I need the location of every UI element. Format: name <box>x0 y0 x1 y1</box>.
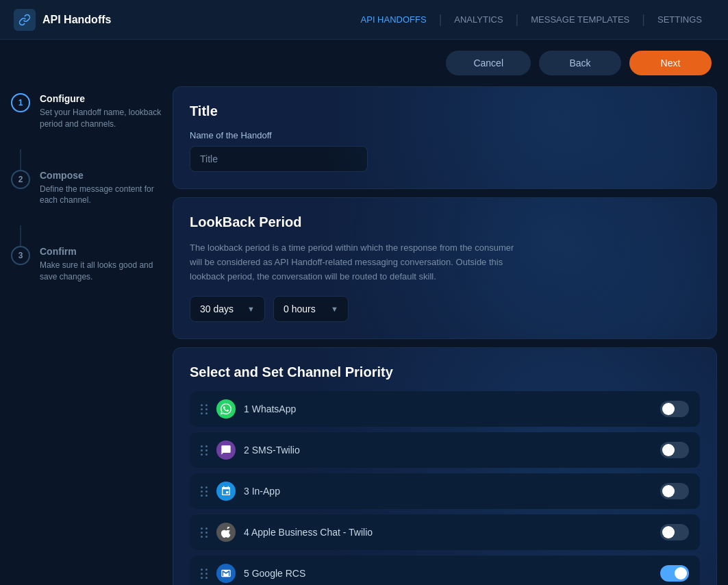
lookback-card: LookBack Period The lookback period is a… <box>173 197 717 339</box>
channel-name-inapp: 3 In-App <box>244 486 652 497</box>
step-desc-confirm: Make sure it all looks good and save cha… <box>40 260 162 283</box>
sidebar: 1 Configure Set your Handoff name, lookb… <box>11 86 162 585</box>
nav-analytics[interactable]: ANALYTICS <box>442 0 515 40</box>
content-area: Title Name of the Handoff LookBack Perio… <box>173 86 717 585</box>
channels-card-heading: Select and Set Channel Priority <box>190 364 700 380</box>
hours-dropdown-arrow: ▼ <box>331 305 338 313</box>
step-desc-compose: Define the message content for each chan… <box>40 184 162 207</box>
title-card: Title Name of the Handoff <box>173 86 717 189</box>
step-title-confirm: Confirm <box>40 246 162 257</box>
back-button[interactable]: Back <box>539 51 621 75</box>
app-title: API Handoffs <box>42 14 111 26</box>
lookback-card-heading: LookBack Period <box>190 214 700 230</box>
step-indicator-1: 1 <box>11 93 30 112</box>
channel-item-apple: 4 Apple Business Chat - Twilio <box>190 514 700 550</box>
channel-list: 1 WhatsApp 2 SMS-Twilio <box>190 391 700 585</box>
whatsapp-icon <box>216 399 236 419</box>
channel-name-google: 5 Google RCS <box>244 568 652 579</box>
sms-icon <box>216 440 236 460</box>
drag-handle-google[interactable] <box>201 569 208 579</box>
sidebar-step-compose: 2 Compose Define the message content for… <box>11 170 162 207</box>
channel-name-apple: 4 Apple Business Chat - Twilio <box>244 527 652 538</box>
sidebar-step-confirm: 3 Confirm Make sure it all looks good an… <box>11 246 162 283</box>
toggle-whatsapp[interactable] <box>660 401 689 417</box>
lookback-dropdowns: 30 days ▼ 0 hours ▼ <box>190 296 700 322</box>
handoff-name-input[interactable] <box>190 146 368 172</box>
title-card-heading: Title <box>190 103 700 119</box>
channel-name-sms: 2 SMS-Twilio <box>244 445 652 456</box>
step-line-2 <box>20 225 21 246</box>
toolbar: Cancel Back Next <box>0 40 728 86</box>
drag-handle-inapp[interactable] <box>201 486 208 497</box>
channel-name-whatsapp: 1 WhatsApp <box>244 403 652 414</box>
inapp-icon <box>216 482 236 501</box>
step-indicator-2: 2 <box>11 170 30 189</box>
step-title-configure: Configure <box>40 93 162 104</box>
app-logo: API Handoffs <box>14 9 111 31</box>
drag-handle-whatsapp[interactable] <box>201 404 208 414</box>
step-line-1 <box>20 149 21 170</box>
apple-icon <box>216 523 236 542</box>
google-icon <box>216 564 236 583</box>
nav-message-templates[interactable]: MESSAGE TEMPLATES <box>518 0 642 40</box>
drag-handle-sms[interactable] <box>201 445 208 456</box>
handoff-name-label: Name of the Handoff <box>190 130 700 140</box>
channel-item-whatsapp: 1 WhatsApp <box>190 391 700 427</box>
hours-value: 0 hours <box>284 303 316 314</box>
days-dropdown[interactable]: 30 days ▼ <box>190 296 265 322</box>
nav-links: API HANDOFFS | ANALYTICS | MESSAGE TEMPL… <box>349 0 714 40</box>
step-indicator-3: 3 <box>11 246 30 265</box>
channel-item-sms: 2 SMS-Twilio <box>190 432 700 468</box>
step-desc-configure: Set your Handoff name, lookback period a… <box>40 107 162 130</box>
toggle-google[interactable] <box>660 565 689 582</box>
sidebar-step-configure: 1 Configure Set your Handoff name, lookb… <box>11 93 162 130</box>
toggle-apple[interactable] <box>660 524 689 540</box>
toggle-inapp[interactable] <box>660 483 689 499</box>
lookback-description: The lookback period is a time period wit… <box>190 241 518 284</box>
channel-item-inapp: 3 In-App <box>190 473 700 509</box>
drag-handle-apple[interactable] <box>201 527 208 538</box>
step-title-compose: Compose <box>40 170 162 181</box>
channels-card: Select and Set Channel Priority 1 WhatsA… <box>173 347 717 585</box>
days-value: 30 days <box>200 303 234 314</box>
cancel-button[interactable]: Cancel <box>446 51 531 75</box>
toggle-sms[interactable] <box>660 442 689 458</box>
main-layout: 1 Configure Set your Handoff name, lookb… <box>0 86 728 585</box>
channel-item-google: 5 Google RCS <box>190 556 700 585</box>
next-button[interactable]: Next <box>629 51 712 75</box>
nav-settings[interactable]: SETTINGS <box>645 0 714 40</box>
top-nav: API Handoffs API HANDOFFS | ANALYTICS | … <box>0 0 728 40</box>
nav-api-handoffs[interactable]: API HANDOFFS <box>349 0 439 40</box>
days-dropdown-arrow: ▼ <box>247 305 255 313</box>
app-logo-icon <box>14 9 36 31</box>
hours-dropdown[interactable]: 0 hours ▼ <box>273 296 349 322</box>
